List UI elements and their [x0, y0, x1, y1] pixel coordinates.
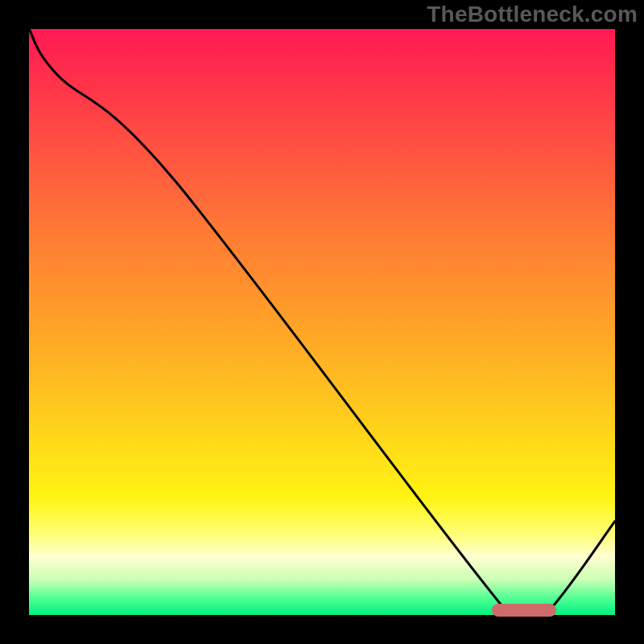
watermark-text: TheBottleneck.com	[427, 2, 638, 27]
bottleneck-curve	[29, 29, 615, 615]
plot-area	[29, 29, 615, 615]
chart-frame: TheBottleneck.com	[0, 0, 644, 644]
curve-path	[29, 29, 615, 615]
optimal-range-marker	[492, 604, 556, 617]
